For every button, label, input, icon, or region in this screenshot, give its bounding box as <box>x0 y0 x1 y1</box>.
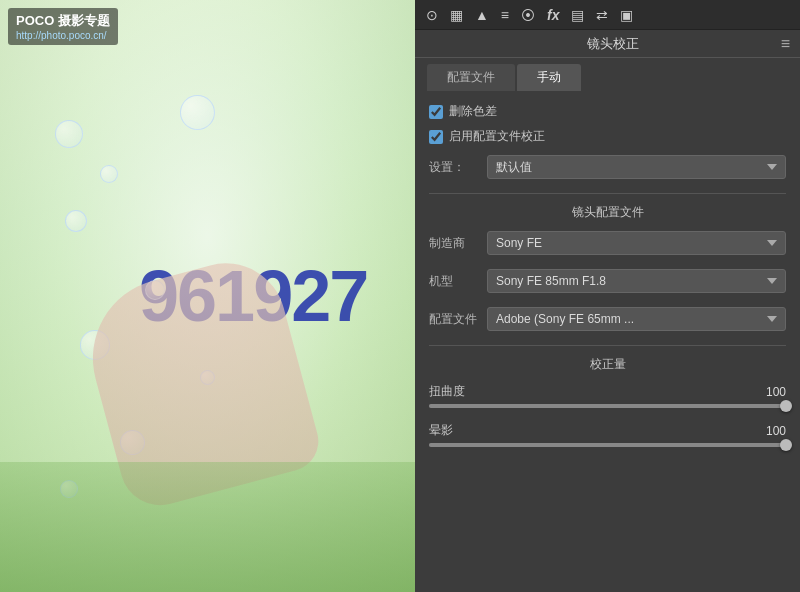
panel-title: 镜头校正 <box>445 35 781 53</box>
panel-title-bar: 镜头校正 ≡ <box>415 30 800 58</box>
checkbox-row-chromatic: 删除色差 <box>429 103 786 120</box>
profile-file-select[interactable]: Adobe (Sony FE 65mm ... <box>487 307 786 331</box>
watermark-url: http://photo.poco.cn/ <box>16 30 110 41</box>
toolbar-icon-fx[interactable]: fx <box>544 5 562 25</box>
profile-file-label: 配置文件 <box>429 311 479 328</box>
checkbox-row-profile: 启用配置文件校正 <box>429 128 786 145</box>
distortion-label: 扭曲度 <box>429 383 465 400</box>
toolbar: ⊙ ▦ ▲ ≡ ⦿ fx ▤ ⇄ ▣ <box>415 0 800 30</box>
distortion-value: 100 <box>756 385 786 399</box>
vignette-slider-group: 晕影 100 <box>429 422 786 447</box>
checkbox-profile[interactable] <box>429 130 443 144</box>
vignette-header: 晕影 100 <box>429 422 786 439</box>
grass-area <box>0 462 415 592</box>
toolbar-icon-target[interactable]: ⊙ <box>423 5 441 25</box>
divider-2 <box>429 345 786 346</box>
tab-bar: 配置文件 手动 <box>415 58 800 91</box>
vignette-track <box>429 443 786 447</box>
manufacturer-row: 制造商 Sony FE <box>429 231 786 255</box>
toolbar-icon-square[interactable]: ▣ <box>617 5 636 25</box>
panel-content: 删除色差 启用配置文件校正 设置： 默认值 镜头配置文件 制造商 Sony FE <box>415 91 800 592</box>
checkbox-chromatic[interactable] <box>429 105 443 119</box>
distortion-header: 扭曲度 100 <box>429 383 786 400</box>
bubble <box>65 210 87 232</box>
settings-select[interactable]: 默认值 <box>487 155 786 179</box>
model-row: 机型 Sony FE 85mm F1.8 <box>429 269 786 293</box>
distortion-slider-group: 扭曲度 100 <box>429 383 786 408</box>
distortion-track <box>429 404 786 408</box>
panel-menu-icon[interactable]: ≡ <box>781 35 790 53</box>
distortion-thumb[interactable] <box>780 400 792 412</box>
toolbar-icon-table[interactable]: ▤ <box>568 5 587 25</box>
bubble <box>180 95 215 130</box>
settings-row: 设置： 默认值 <box>429 155 786 179</box>
right-panel: ⊙ ▦ ▲ ≡ ⦿ fx ▤ ⇄ ▣ 镜头校正 ≡ 配置文件 手动 删除色差 启… <box>415 0 800 592</box>
manufacturer-select[interactable]: Sony FE <box>487 231 786 255</box>
toolbar-icon-lines[interactable]: ≡ <box>498 5 512 25</box>
manufacturer-label: 制造商 <box>429 235 479 252</box>
model-select[interactable]: Sony FE 85mm F1.8 <box>487 269 786 293</box>
distortion-fill <box>429 404 786 408</box>
tab-profile[interactable]: 配置文件 <box>427 64 515 91</box>
toolbar-icon-grid[interactable]: ▦ <box>447 5 466 25</box>
tab-manual[interactable]: 手动 <box>517 64 581 91</box>
checkbox-chromatic-label: 删除色差 <box>449 103 497 120</box>
watermark-title: POCO 摄影专题 <box>16 12 110 30</box>
divider-1 <box>429 193 786 194</box>
checkboxes-section: 删除色差 启用配置文件校正 <box>429 103 786 145</box>
model-label: 机型 <box>429 273 479 290</box>
lens-profile-section-title: 镜头配置文件 <box>429 204 786 221</box>
vignette-label: 晕影 <box>429 422 453 439</box>
bubble <box>55 120 83 148</box>
correction-section-title: 校正量 <box>429 356 786 373</box>
toolbar-icon-triangle[interactable]: ▲ <box>472 5 492 25</box>
toolbar-icon-bars[interactable]: ⦿ <box>518 5 538 25</box>
toolbar-icon-arrows[interactable]: ⇄ <box>593 5 611 25</box>
bubble <box>100 165 118 183</box>
profile-file-row: 配置文件 Adobe (Sony FE 65mm ... <box>429 307 786 331</box>
vignette-fill <box>429 443 786 447</box>
vignette-value: 100 <box>756 424 786 438</box>
watermark: POCO 摄影专题 http://photo.poco.cn/ <box>8 8 118 45</box>
settings-label: 设置： <box>429 159 479 176</box>
vignette-thumb[interactable] <box>780 439 792 451</box>
checkbox-profile-label: 启用配置文件校正 <box>449 128 545 145</box>
photo-panel: POCO 摄影专题 http://photo.poco.cn/ 961927 <box>0 0 415 592</box>
